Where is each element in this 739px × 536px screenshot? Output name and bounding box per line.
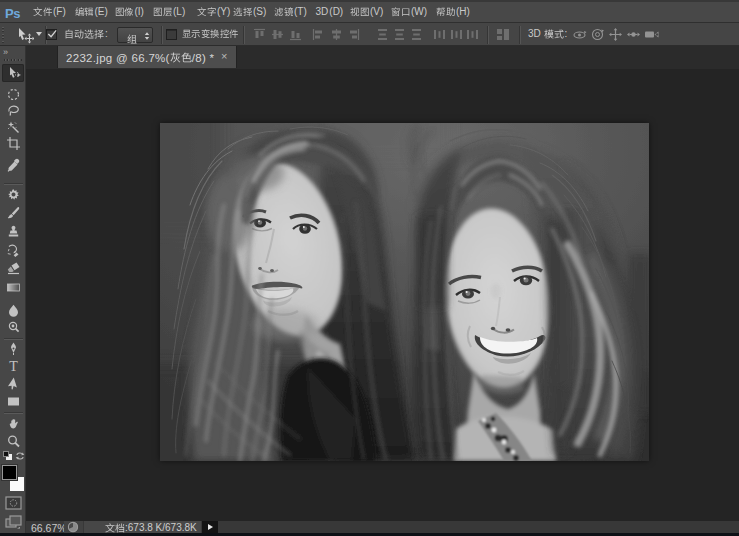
svg-text:T: T [9,359,18,374]
